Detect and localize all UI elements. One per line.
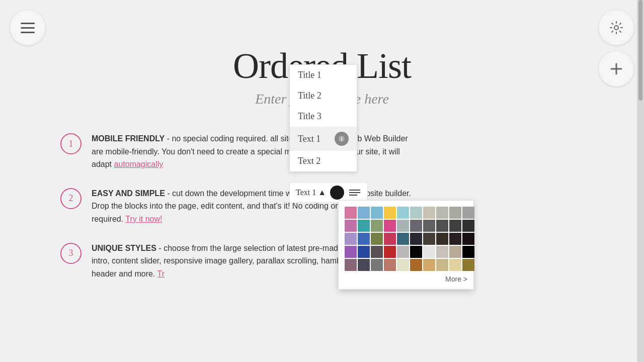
color-swatch[interactable] — [449, 233, 461, 245]
color-grid — [345, 207, 467, 271]
scrollbar[interactable] — [637, 0, 644, 362]
text-align-button[interactable] — [348, 189, 361, 197]
color-swatch[interactable] — [423, 207, 435, 219]
color-swatch[interactable] — [423, 259, 435, 271]
color-swatch[interactable] — [410, 259, 422, 271]
color-swatch[interactable] — [397, 259, 409, 271]
dropdown-label: Text 2 — [298, 156, 320, 166]
color-swatch[interactable] — [449, 259, 461, 271]
color-swatch[interactable] — [345, 233, 357, 245]
text1-action-button[interactable] — [335, 132, 349, 146]
color-swatch[interactable] — [410, 246, 422, 258]
color-swatch[interactable] — [345, 259, 357, 271]
color-swatch[interactable] — [371, 246, 383, 258]
color-swatch[interactable] — [436, 220, 448, 232]
dropdown-label: Title 2 — [298, 90, 321, 101]
dropdown-item-title3[interactable]: Title 3 — [290, 106, 357, 127]
align-line — [349, 192, 360, 193]
toolbar-style-label: Text 1 ▲ — [296, 188, 326, 197]
settings-button[interactable] — [599, 10, 634, 45]
svg-rect-5 — [341, 139, 342, 141]
color-swatch[interactable] — [397, 207, 409, 219]
dropdown-menu: Title 1 Title 2 Title 3 Text 1 Text 2 — [289, 64, 357, 172]
color-swatch[interactable] — [462, 233, 474, 245]
list-number-3: 3 — [60, 243, 82, 264]
color-swatch[interactable] — [449, 220, 461, 232]
color-swatch[interactable] — [436, 259, 448, 271]
align-line — [349, 190, 360, 191]
color-swatch[interactable] — [345, 207, 357, 219]
color-swatch[interactable] — [345, 246, 357, 258]
color-swatch[interactable] — [423, 233, 435, 245]
color-swatch[interactable] — [410, 233, 422, 245]
top-right-buttons — [599, 10, 634, 86]
color-swatch[interactable] — [384, 233, 396, 245]
add-button[interactable] — [599, 51, 634, 86]
color-swatch[interactable] — [358, 233, 370, 245]
color-swatch[interactable] — [358, 246, 370, 258]
color-swatch[interactable] — [358, 259, 370, 271]
hamburger-line — [21, 27, 35, 29]
dropdown-item-title2[interactable]: Title 2 — [290, 85, 357, 106]
color-swatch[interactable] — [371, 233, 383, 245]
dropdown-item-title1[interactable]: Title 1 — [290, 65, 357, 85]
dropdown-label: Title 3 — [298, 111, 321, 122]
info-icon — [338, 135, 345, 142]
color-swatch[interactable] — [384, 246, 396, 258]
color-swatch[interactable] — [345, 220, 357, 232]
automagically-link[interactable]: automagically — [114, 160, 163, 168]
more-colors-link[interactable]: More > — [345, 275, 467, 283]
color-swatch[interactable] — [436, 233, 448, 245]
list-number-1: 1 — [60, 133, 82, 154]
color-swatch[interactable] — [371, 220, 383, 232]
color-picker-panel: More > — [338, 200, 474, 290]
color-swatch[interactable] — [397, 233, 409, 245]
color-swatch[interactable] — [384, 220, 396, 232]
color-swatch[interactable] — [358, 207, 370, 219]
plus-icon — [609, 62, 623, 76]
color-swatch[interactable] — [371, 207, 383, 219]
color-swatch[interactable] — [462, 259, 474, 271]
scrollbar-thumb — [638, 0, 642, 101]
color-swatch[interactable] — [423, 220, 435, 232]
svg-point-0 — [614, 26, 618, 30]
color-swatch[interactable] — [462, 207, 474, 219]
hamburger-line — [21, 32, 35, 33]
color-swatch[interactable] — [397, 246, 409, 258]
color-swatch[interactable] — [462, 246, 474, 258]
color-swatch[interactable] — [462, 220, 474, 232]
svg-point-4 — [341, 137, 342, 138]
list-item: 1 MOBILE FRIENDLY - no special coding re… — [60, 132, 413, 171]
unique-styles-link[interactable]: Tr — [157, 269, 165, 278]
color-swatch[interactable] — [410, 207, 422, 219]
color-swatch[interactable] — [397, 220, 409, 232]
color-swatch[interactable] — [436, 207, 448, 219]
hamburger-line — [21, 23, 35, 24]
dropdown-label: Text 1 — [298, 134, 320, 144]
dropdown-item-text1[interactable]: Text 1 — [290, 127, 357, 151]
color-swatch[interactable] — [449, 207, 461, 219]
color-swatch[interactable] — [449, 246, 461, 258]
align-line — [349, 195, 357, 196]
color-swatch[interactable] — [436, 246, 448, 258]
color-swatch[interactable] — [358, 220, 370, 232]
color-swatch[interactable] — [410, 220, 422, 232]
color-swatch[interactable] — [384, 207, 396, 219]
dropdown-item-text2[interactable]: Text 2 — [290, 151, 357, 171]
list-text-1: MOBILE FRIENDLY - no special coding requ… — [92, 132, 413, 171]
main-content: Ordered List Enter your subtitle here 1 … — [0, 0, 644, 362]
color-swatch[interactable] — [371, 259, 383, 271]
list-number-2: 2 — [60, 188, 82, 209]
gear-icon — [608, 20, 624, 36]
color-picker-button[interactable] — [330, 186, 344, 200]
color-swatch[interactable] — [423, 246, 435, 258]
hamburger-button[interactable] — [10, 10, 45, 45]
try-it-now-link[interactable]: Try it now! — [125, 215, 162, 223]
dropdown-label: Title 1 — [298, 70, 321, 80]
color-swatch[interactable] — [384, 259, 396, 271]
